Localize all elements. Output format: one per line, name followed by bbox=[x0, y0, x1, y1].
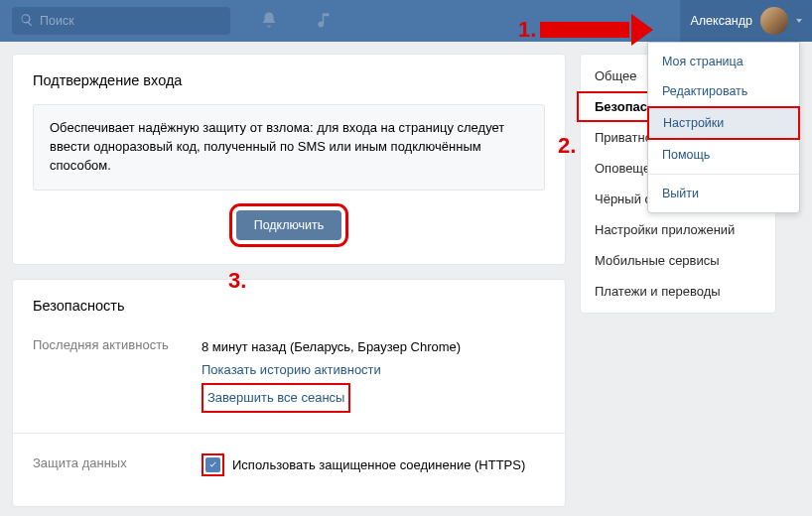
bell-icon[interactable] bbox=[260, 11, 278, 32]
search-icon bbox=[20, 13, 34, 30]
data-protect-label: Защита данных bbox=[33, 453, 202, 476]
login-confirmation-card: Подтверждение входа Обеспечивает надёжну… bbox=[12, 54, 566, 265]
divider bbox=[13, 433, 565, 434]
end-sessions-link[interactable]: Завершить все сеансы bbox=[202, 383, 350, 412]
activity-value: 8 минут назад (Беларусь, Браузер Chrome) bbox=[202, 335, 545, 358]
https-label: Использовать защищенное соединение (HTTP… bbox=[232, 453, 525, 476]
username: Александр bbox=[690, 14, 752, 28]
user-menu-trigger[interactable]: Александр bbox=[680, 0, 812, 42]
chevron-down-icon bbox=[796, 19, 802, 23]
check-icon bbox=[208, 460, 217, 469]
music-icon[interactable] bbox=[316, 11, 334, 32]
sidebar-item-mobile[interactable]: Мобильные сервисы bbox=[581, 245, 775, 276]
security-card: Безопасность Последняя активность 8 мину… bbox=[12, 279, 566, 508]
dd-separator bbox=[648, 174, 799, 175]
annotation-3: 3. bbox=[228, 268, 246, 294]
annotation-2: 2. bbox=[558, 133, 576, 159]
search-input[interactable] bbox=[40, 14, 222, 28]
user-dropdown: Моя страница Редактировать Настройки Пом… bbox=[647, 42, 800, 213]
card-title: Подтверждение входа bbox=[33, 72, 545, 88]
topbar: Александр bbox=[0, 0, 812, 42]
security-title: Безопасность bbox=[33, 298, 545, 314]
dd-logout[interactable]: Выйти bbox=[648, 179, 799, 208]
sidebar-item-payments[interactable]: Платежи и переводы bbox=[581, 276, 775, 307]
sidebar-item-apps[interactable]: Настройки приложений bbox=[581, 214, 775, 245]
dd-edit[interactable]: Редактировать bbox=[648, 76, 799, 106]
search-box[interactable] bbox=[12, 7, 230, 35]
dd-my-page[interactable]: Моя страница bbox=[648, 47, 799, 76]
annotation-1: 1. bbox=[518, 14, 653, 46]
show-history-link[interactable]: Показать историю активности bbox=[202, 362, 381, 377]
connect-button[interactable]: Подключить bbox=[236, 210, 342, 240]
dd-help[interactable]: Помощь bbox=[648, 140, 799, 170]
activity-label: Последняя активность bbox=[33, 335, 202, 413]
https-checkbox-highlight bbox=[202, 453, 224, 476]
card-description: Обеспечивает надёжную защиту от взлома: … bbox=[33, 104, 545, 191]
avatar bbox=[760, 7, 788, 35]
https-checkbox[interactable] bbox=[205, 457, 220, 472]
dd-settings[interactable]: Настройки bbox=[647, 106, 800, 140]
